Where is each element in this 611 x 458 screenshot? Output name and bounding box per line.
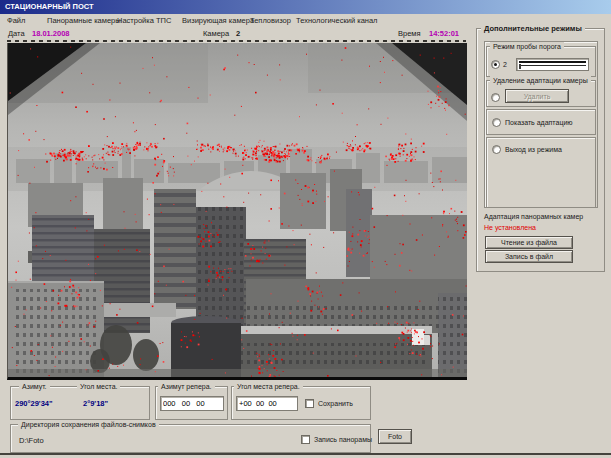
menu-item-thermal[interactable]: Тепловизор [250, 15, 291, 27]
read-from-file-button[interactable]: Чтение из файла [485, 236, 573, 249]
record-panorama-checkbox[interactable] [301, 435, 310, 444]
removal-radio[interactable] [491, 93, 500, 102]
azimuth-label: Азимут. [19, 382, 50, 391]
window-title: СТАЦИОНАРНЫЙ ПОСТ [5, 2, 94, 11]
slider-thumb[interactable] [519, 64, 521, 69]
panel-title: Дополнительные режимы [481, 24, 585, 33]
threshold-group: Режим пробы порога 2 [486, 46, 596, 77]
adaptation-status: Не установлена [484, 224, 536, 231]
delete-button[interactable]: Удалить [505, 89, 569, 103]
threshold-slider[interactable] [516, 58, 589, 71]
title-bar[interactable]: СТАЦИОНАРНЫЙ ПОСТ [0, 0, 611, 14]
camera-number: 2 [236, 29, 240, 38]
threshold-value: 2 [503, 61, 507, 68]
date-value: 18.01.2008 [32, 29, 70, 38]
camera-label: Камера [203, 29, 229, 38]
additional-modes-panel: Дополнительные режимы Режим пробы порога… [476, 28, 605, 272]
directory-group: Директория сохранения файлов-снимков D:\… [10, 424, 371, 453]
directory-path: D:\Foto [19, 436, 44, 445]
slider-channel-2 [519, 65, 586, 66]
photo-button[interactable]: Foto [378, 429, 412, 444]
exit-mode-box: Выход из режима [486, 137, 596, 208]
directory-label: Директория сохранения файлов-снимков [18, 420, 159, 429]
ref-elevation-input[interactable] [236, 396, 298, 411]
app-window: { "window": { "title": "СТАЦИОНАРНЫЙ ПОС… [0, 0, 611, 458]
ref-elevation-label: Угол места репера. [234, 382, 303, 391]
menu-item-file[interactable]: Файл [7, 15, 25, 27]
slider-channel [519, 61, 586, 63]
exit-mode-radio[interactable] [492, 145, 501, 154]
menu-item-panoramic[interactable]: Панорамные камеры [47, 15, 121, 27]
menu-item-sighting[interactable]: Визирующая камера [182, 15, 254, 27]
azimuth-value: 290°29'34" [15, 399, 53, 408]
show-adaptation-box: Показать адаптацию [486, 109, 596, 135]
menu-item-tech-channel[interactable]: Технологический канал [296, 15, 378, 27]
write-to-file-button[interactable]: Запись в файл [485, 250, 573, 263]
adaptation-caption: Адаптация панорамных камер [484, 213, 583, 220]
time-value: 14:52:01 [429, 29, 459, 38]
camera-view[interactable] [7, 43, 467, 380]
save-checkbox[interactable] [305, 399, 314, 408]
show-adaptation-radio[interactable] [492, 118, 501, 127]
date-label: Дата [8, 29, 25, 38]
ref-elevation-group: Угол места репера. Сохранить [231, 386, 371, 420]
threshold-label: Режим пробы порога [490, 42, 564, 51]
threshold-mode-radio[interactable] [491, 60, 500, 69]
ref-azimuth-input[interactable] [160, 396, 224, 411]
adaptation-removal-group: Удаление адаптации камеры Удалить [486, 80, 596, 107]
elevation-value: 2°9'18" [83, 399, 108, 408]
save-checkbox-label: Сохранить [318, 400, 353, 407]
removal-label: Удаление адаптации камеры [490, 76, 591, 85]
record-panorama-label: Запись панорамы [314, 436, 372, 443]
elevation-label: Угол места. [77, 382, 120, 391]
menu-item-tps-setup[interactable]: Настройка ТПС [117, 15, 171, 27]
azimuth-group: Азимут. Угол места. 290°29'34" 2°9'18" [10, 386, 150, 420]
show-adaptation-label: Показать адаптацию [505, 119, 573, 126]
selection-marquee [7, 40, 466, 42]
time-label: Время [398, 29, 421, 38]
window-bottom-edge [0, 453, 611, 455]
ref-azimuth-label: Азимут репера. [158, 382, 215, 391]
exit-mode-label: Выход из режима [505, 146, 562, 153]
ref-azimuth-group: Азимут репера. [155, 386, 228, 420]
